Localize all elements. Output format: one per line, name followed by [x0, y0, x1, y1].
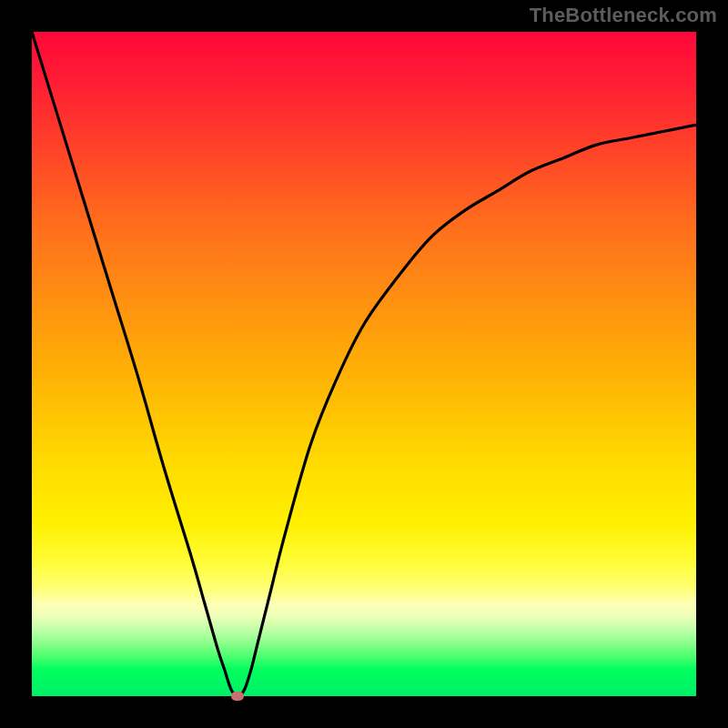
minimum-marker — [231, 692, 244, 701]
plot-area — [32, 32, 696, 696]
watermark-text: TheBottleneck.com — [530, 4, 717, 27]
curve-svg — [32, 32, 696, 696]
bottleneck-curve-path — [32, 32, 696, 696]
chart-container: TheBottleneck.com — [0, 0, 728, 728]
